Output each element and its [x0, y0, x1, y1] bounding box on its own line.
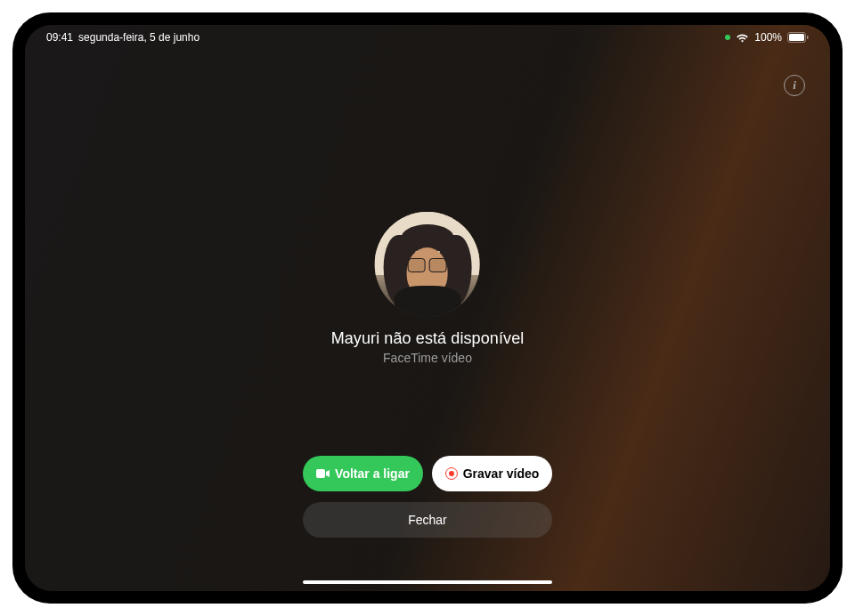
battery-icon — [787, 32, 809, 43]
button-area: Voltar a ligar Gravar vídeo Fechar — [303, 456, 552, 538]
call-type-subtitle: FaceTime vídeo — [383, 351, 472, 365]
camera-active-dot-icon — [725, 35, 730, 40]
record-icon — [445, 467, 458, 480]
call-again-label: Voltar a ligar — [335, 466, 410, 481]
screen: 09:41 segunda-feira, 5 de junho 100% — [25, 25, 830, 591]
svg-rect-1 — [789, 34, 804, 41]
video-camera-icon — [316, 469, 330, 478]
info-button[interactable]: i — [784, 75, 805, 96]
home-indicator[interactable] — [303, 580, 552, 584]
button-row: Voltar a ligar Gravar vídeo — [303, 456, 552, 491]
battery-percent: 100% — [754, 31, 782, 44]
center-content: Mayuri não está disponível FaceTime víde… — [331, 212, 525, 365]
ipad-frame: 09:41 segunda-feira, 5 de junho 100% — [12, 12, 843, 604]
contact-avatar — [375, 212, 480, 317]
status-right: 100% — [725, 31, 809, 44]
record-video-button[interactable]: Gravar vídeo — [432, 456, 552, 491]
wifi-icon — [736, 33, 749, 43]
svg-rect-2 — [807, 36, 809, 39]
info-icon: i — [793, 78, 796, 93]
call-again-button[interactable]: Voltar a ligar — [303, 456, 423, 491]
record-video-label: Gravar vídeo — [463, 466, 540, 481]
close-label: Fechar — [408, 513, 447, 527]
status-left: 09:41 segunda-feira, 5 de junho — [46, 31, 200, 44]
status-date: segunda-feira, 5 de junho — [78, 31, 200, 44]
svg-rect-3 — [316, 469, 325, 478]
status-bar: 09:41 segunda-feira, 5 de junho 100% — [25, 25, 830, 46]
unavailable-title: Mayuri não está disponível — [331, 329, 525, 348]
status-time: 09:41 — [46, 31, 73, 44]
close-button[interactable]: Fechar — [303, 502, 552, 538]
